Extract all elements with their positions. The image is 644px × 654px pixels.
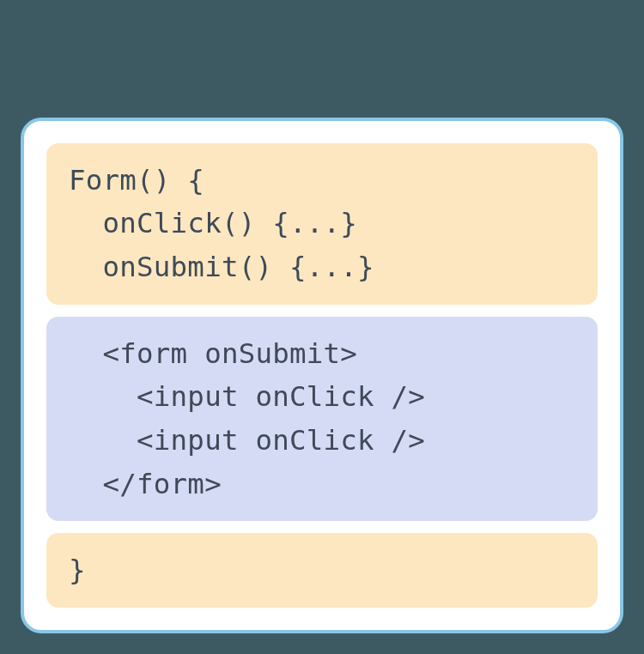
code-block-component-header: Form() { onClick() {...} onSubmit() {...… — [46, 143, 598, 305]
code-block-jsx: <form onSubmit> <input onClick /> <input… — [46, 317, 598, 522]
code-card: Form() { onClick() {...} onSubmit() {...… — [21, 118, 623, 634]
code-block-component-footer: } — [46, 533, 598, 608]
